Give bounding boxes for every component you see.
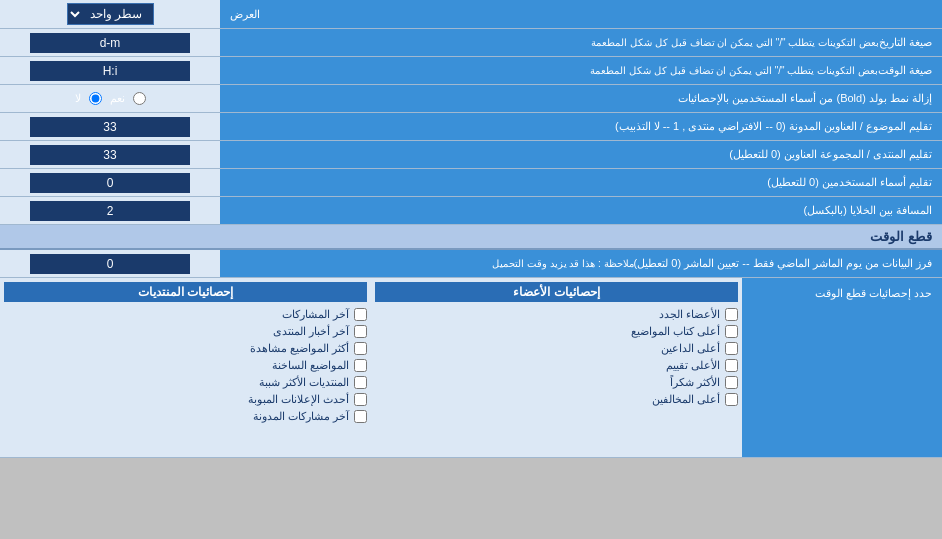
stat-forum-news-checkbox[interactable] xyxy=(354,325,367,338)
member-stats-header: إحصائيات الأعضاء xyxy=(375,282,738,302)
stat-most-viewed-checkbox[interactable] xyxy=(354,342,367,355)
stat-top-inviters-checkbox[interactable] xyxy=(725,342,738,355)
bold-remove-label: إزالة نمط بولد (Bold) من أسماء المستخدمي… xyxy=(220,85,942,112)
stat-hot-topics-checkbox[interactable] xyxy=(354,359,367,372)
date-format-input-cell xyxy=(0,29,220,56)
table-spacing-input[interactable] xyxy=(30,201,190,221)
stat-top-violators-checkbox[interactable] xyxy=(725,393,738,406)
stat-top-topic-writers-checkbox[interactable] xyxy=(725,325,738,338)
bold-yes-radio[interactable] xyxy=(133,92,146,105)
table-spacing-label: المسافة بين الخلايا (بالبكسل) xyxy=(220,197,942,224)
bold-remove-options: نعم لا xyxy=(0,85,220,112)
time-cut-filter-input[interactable] xyxy=(30,254,190,274)
time-format-input[interactable] xyxy=(30,61,190,81)
line-selector-cell: سطر واحد xyxy=(0,0,220,28)
date-format-label: صيغة التاريخ بعض التكوينات يتطلب "/" الت… xyxy=(220,29,942,56)
stat-top-rated: الأعلى تقييم xyxy=(375,357,738,374)
stat-forum-news: آخر أخبار المنتدى xyxy=(4,323,367,340)
stat-latest-posts-checkbox[interactable] xyxy=(354,308,367,321)
forum-topics-label: تقليم الموضوع / العناوين المدونة (0 -- ا… xyxy=(220,113,942,140)
line-count-select[interactable]: سطر واحد xyxy=(67,3,154,25)
time-cut-filter-label: فرز البيانات من يوم الماشر الماضي فقط --… xyxy=(220,250,942,277)
stat-new-members-checkbox[interactable] xyxy=(725,308,738,321)
stat-latest-posts: آخر المشاركات xyxy=(4,306,367,323)
stat-most-active-forums-checkbox[interactable] xyxy=(354,376,367,389)
bold-no-radio[interactable] xyxy=(89,92,102,105)
stat-top-inviters: أعلى الداعين xyxy=(375,340,738,357)
time-cut-filter-input-cell xyxy=(0,250,220,277)
forum-groups-input[interactable] xyxy=(30,145,190,165)
forum-groups-label: تقليم المنتدى / المجموعة العناوين (0 للت… xyxy=(220,141,942,168)
time-cut-title: قطع الوقت xyxy=(0,225,942,248)
forum-topics-input-cell xyxy=(0,113,220,140)
usernames-trim-input-cell xyxy=(0,169,220,196)
bold-yes-label: نعم xyxy=(110,92,125,105)
forum-topics-input[interactable] xyxy=(30,117,190,137)
stat-most-viewed: أكثر المواضيع مشاهدة xyxy=(4,340,367,357)
stat-latest-classifieds-checkbox[interactable] xyxy=(354,393,367,406)
stat-most-thanked: الأكثر شكراً xyxy=(375,374,738,391)
usernames-trim-label: تقليم أسماء المستخدمين (0 للتعطيل) xyxy=(220,169,942,196)
stat-most-thanked-checkbox[interactable] xyxy=(725,376,738,389)
time-format-input-cell xyxy=(0,57,220,84)
stat-top-topic-writers: أعلى كتاب المواضيع xyxy=(375,323,738,340)
stat-most-active-forums: المنتديات الأكثر شببة xyxy=(4,374,367,391)
date-format-input[interactable] xyxy=(30,33,190,53)
stat-top-violators: أعلى المخالفين xyxy=(375,391,738,408)
stat-new-members: الأعضاء الجدد xyxy=(375,306,738,323)
stat-top-rated-checkbox[interactable] xyxy=(725,359,738,372)
content-stats-header: إحصائيات المنتديات xyxy=(4,282,367,302)
stat-hot-topics: المواضيع الساخنة xyxy=(4,357,367,374)
bold-no-label: لا xyxy=(75,92,81,105)
forum-groups-input-cell xyxy=(0,141,220,168)
time-format-label: صيغة الوقت بعض التكوينات يتطلب "/" التي … xyxy=(220,57,942,84)
stat-blog-posts: آخر مشاركات المدونة xyxy=(4,408,367,425)
stat-latest-classifieds: أحدث الإعلانات المبوبة xyxy=(4,391,367,408)
usernames-trim-input[interactable] xyxy=(30,173,190,193)
table-spacing-input-cell xyxy=(0,197,220,224)
stats-limit-label: حدد إحصائيات قطع الوقت xyxy=(742,278,942,457)
display-label: العرض xyxy=(220,0,942,28)
stat-blog-posts-checkbox[interactable] xyxy=(354,410,367,423)
